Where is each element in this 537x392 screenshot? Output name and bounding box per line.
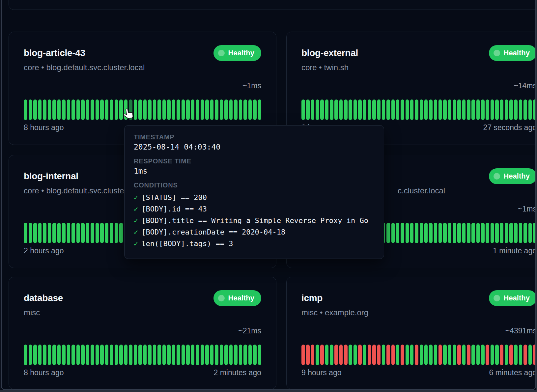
uptime-bar[interactable] — [448, 345, 452, 365]
uptime-bar[interactable] — [382, 99, 385, 120]
uptime-bar[interactable] — [301, 345, 305, 365]
uptime-bar[interactable] — [100, 223, 104, 243]
uptime-bar[interactable] — [386, 345, 390, 365]
uptime-bar[interactable] — [191, 99, 195, 120]
uptime-bar[interactable] — [57, 345, 61, 365]
uptime-bar[interactable] — [115, 99, 118, 120]
uptime-bar[interactable] — [182, 345, 185, 365]
uptime-bar[interactable] — [396, 345, 400, 365]
uptime-bar[interactable] — [363, 99, 366, 120]
uptime-bar[interactable] — [476, 223, 480, 243]
uptime-bar[interactable] — [486, 345, 489, 365]
uptime-bar[interactable] — [519, 345, 523, 365]
uptime-bar[interactable] — [424, 99, 428, 120]
uptime-bar[interactable] — [443, 99, 447, 120]
uptime-bar[interactable] — [424, 345, 428, 365]
uptime-bar[interactable] — [52, 345, 56, 365]
uptime-bar[interactable] — [495, 345, 499, 365]
uptime-bar[interactable] — [330, 345, 333, 365]
uptime-bar[interactable] — [201, 345, 204, 365]
uptime-bar[interactable] — [438, 223, 442, 243]
uptime-bar[interactable] — [29, 99, 32, 120]
uptime-bar[interactable] — [406, 345, 409, 365]
uptime-bar[interactable] — [415, 345, 418, 365]
uptime-bar[interactable] — [325, 99, 329, 120]
uptime-bar[interactable] — [410, 345, 414, 365]
uptime-bar[interactable] — [81, 223, 85, 243]
uptime-bar[interactable] — [523, 345, 527, 365]
uptime-bar[interactable] — [172, 99, 176, 120]
uptime-bar[interactable] — [467, 345, 470, 365]
uptime-bar[interactable] — [48, 223, 51, 243]
uptime-bar[interactable] — [311, 99, 315, 120]
uptime-bar[interactable] — [448, 99, 452, 120]
uptime-bar[interactable] — [344, 99, 348, 120]
uptime-bar[interactable] — [453, 223, 456, 243]
uptime-bar[interactable] — [528, 99, 532, 120]
uptime-bar[interactable] — [523, 223, 527, 243]
uptime-bar[interactable] — [153, 345, 156, 365]
uptime-bar[interactable] — [48, 99, 51, 120]
uptime-bar[interactable] — [500, 223, 503, 243]
uptime-bar[interactable] — [86, 345, 90, 365]
uptime-bar[interactable] — [234, 99, 238, 120]
uptime-bar[interactable] — [471, 99, 475, 120]
uptime-bar[interactable] — [253, 345, 257, 365]
uptime-bar[interactable] — [420, 345, 423, 365]
uptime-bar[interactable] — [119, 345, 123, 365]
uptime-bar[interactable] — [358, 99, 362, 120]
uptime-bar[interactable] — [134, 345, 137, 365]
uptime-bar[interactable] — [33, 345, 37, 365]
uptime-bar[interactable] — [396, 99, 400, 120]
uptime-bar[interactable] — [162, 345, 166, 365]
uptime-bar[interactable] — [96, 223, 99, 243]
uptime-bar[interactable] — [363, 345, 366, 365]
uptime-bar[interactable] — [391, 99, 395, 120]
service-card-database[interactable]: database Healthy misc ~21ms 8 hours ago … — [9, 277, 276, 389]
uptime-bar[interactable] — [495, 99, 499, 120]
uptime-bar[interactable] — [353, 345, 357, 365]
uptime-bar[interactable] — [406, 99, 409, 120]
uptime-bar[interactable] — [349, 99, 352, 120]
uptime-bar[interactable] — [67, 223, 71, 243]
uptime-bar[interactable] — [258, 345, 262, 365]
uptime-bar[interactable] — [429, 345, 433, 365]
uptime-bar[interactable] — [201, 99, 204, 120]
uptime-bar[interactable] — [505, 99, 508, 120]
uptime-bar[interactable] — [76, 223, 80, 243]
uptime-bar[interactable] — [368, 99, 371, 120]
uptime-bar[interactable] — [191, 345, 195, 365]
uptime-bar[interactable] — [62, 223, 66, 243]
uptime-bar[interactable] — [429, 99, 433, 120]
uptime-bar[interactable] — [386, 223, 390, 243]
uptime-bar[interactable] — [467, 223, 470, 243]
uptime-bar[interactable] — [396, 223, 400, 243]
uptime-bar[interactable] — [462, 99, 466, 120]
uptime-bar[interactable] — [528, 345, 532, 365]
uptime-bar[interactable] — [467, 99, 470, 120]
uptime-bar[interactable] — [406, 223, 409, 243]
uptime-bar[interactable] — [339, 345, 343, 365]
uptime-bar[interactable] — [105, 345, 109, 365]
uptime-bar[interactable] — [167, 345, 171, 365]
uptime-bar[interactable] — [81, 99, 85, 120]
uptime-bar[interactable] — [386, 99, 390, 120]
uptime-bar[interactable] — [239, 99, 242, 120]
uptime-bar[interactable] — [457, 99, 461, 120]
uptime-bar[interactable] — [62, 345, 66, 365]
uptime-bar[interactable] — [486, 223, 489, 243]
uptime-bar[interactable] — [481, 99, 485, 120]
uptime-bar[interactable] — [38, 345, 42, 365]
uptime-bar[interactable] — [124, 345, 128, 365]
uptime-bar[interactable] — [457, 223, 461, 243]
uptime-bar[interactable] — [453, 99, 456, 120]
uptime-bar[interactable] — [301, 99, 305, 120]
uptime-bar[interactable] — [462, 223, 466, 243]
uptime-bar[interactable] — [353, 99, 357, 120]
uptime-bar[interactable] — [38, 99, 42, 120]
uptime-bar[interactable] — [471, 345, 475, 365]
uptime-bar[interactable] — [476, 99, 480, 120]
uptime-bar[interactable] — [243, 345, 247, 365]
uptime-bar[interactable] — [129, 345, 132, 365]
uptime-bar[interactable] — [491, 345, 494, 365]
